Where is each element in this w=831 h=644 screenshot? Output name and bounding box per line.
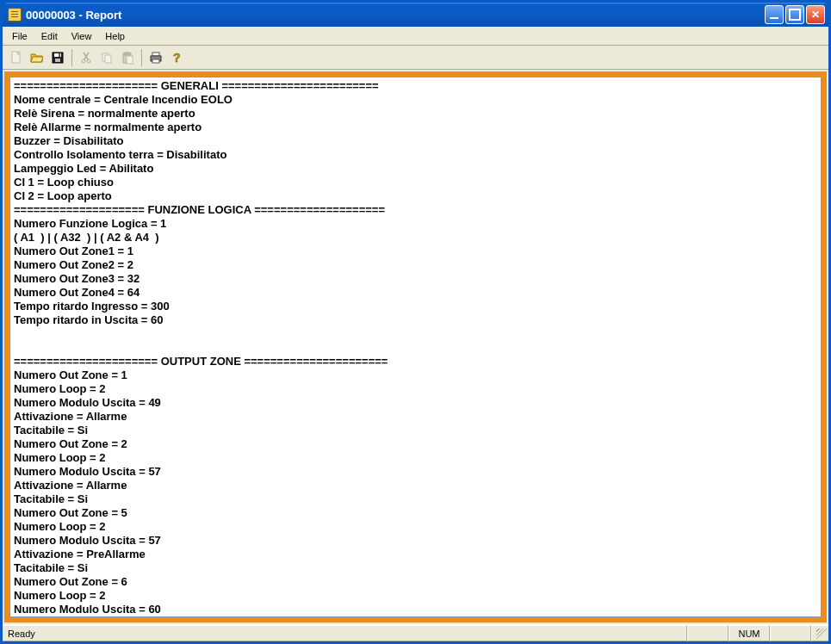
client-area: ====================== GENERALI ========…	[3, 70, 828, 624]
cut-button[interactable]	[77, 48, 96, 67]
open-button[interactable]	[28, 48, 47, 67]
copy-button[interactable]	[97, 48, 116, 67]
copy-icon	[100, 51, 114, 65]
maximize-button[interactable]	[785, 5, 804, 24]
status-ready: Ready	[3, 625, 687, 641]
menubar: File Edit View Help	[3, 27, 828, 46]
titlebar: 00000003 - Report	[3, 3, 828, 27]
svg-rect-3	[55, 59, 60, 62]
toolbar-separator	[141, 49, 142, 66]
menu-view[interactable]: View	[65, 29, 98, 43]
help-button[interactable]: ?	[167, 48, 186, 67]
paste-button[interactable]	[118, 48, 137, 67]
menu-help[interactable]: Help	[99, 29, 131, 43]
status-num: NUM	[729, 625, 770, 641]
svg-rect-10	[105, 55, 111, 63]
menu-file[interactable]: File	[6, 29, 34, 43]
svg-rect-13	[127, 56, 133, 64]
app-icon	[8, 8, 22, 22]
new-button[interactable]	[7, 48, 26, 67]
paste-icon	[121, 51, 134, 65]
toolbar-separator	[71, 49, 72, 66]
report-text-area[interactable]: ====================== GENERALI ========…	[9, 77, 822, 617]
new-file-icon	[9, 51, 23, 65]
svg-rect-12	[125, 53, 129, 55]
print-icon	[149, 51, 163, 65]
window-controls	[765, 5, 825, 24]
save-icon	[51, 51, 65, 65]
svg-text:?: ?	[173, 51, 181, 65]
close-button[interactable]	[806, 5, 825, 24]
minimize-button[interactable]	[765, 5, 784, 24]
status-pane-1	[687, 625, 729, 641]
open-folder-icon	[30, 51, 44, 65]
svg-rect-4	[59, 53, 60, 57]
window-title: 00000003 - Report	[26, 9, 121, 22]
save-button[interactable]	[48, 48, 67, 67]
content-frame: ====================== GENERALI ========…	[4, 71, 827, 622]
svg-point-7	[82, 59, 85, 63]
svg-point-8	[87, 59, 90, 63]
statusbar: Ready NUM	[3, 624, 828, 641]
menu-edit[interactable]: Edit	[35, 29, 64, 43]
toolbar: ?	[3, 46, 828, 70]
help-icon: ?	[170, 51, 183, 65]
svg-rect-14	[152, 53, 159, 56]
svg-rect-16	[152, 59, 159, 63]
status-pane-3	[770, 625, 811, 641]
print-button[interactable]	[146, 48, 165, 67]
cut-icon	[79, 51, 93, 65]
resize-grip[interactable]	[811, 625, 828, 641]
